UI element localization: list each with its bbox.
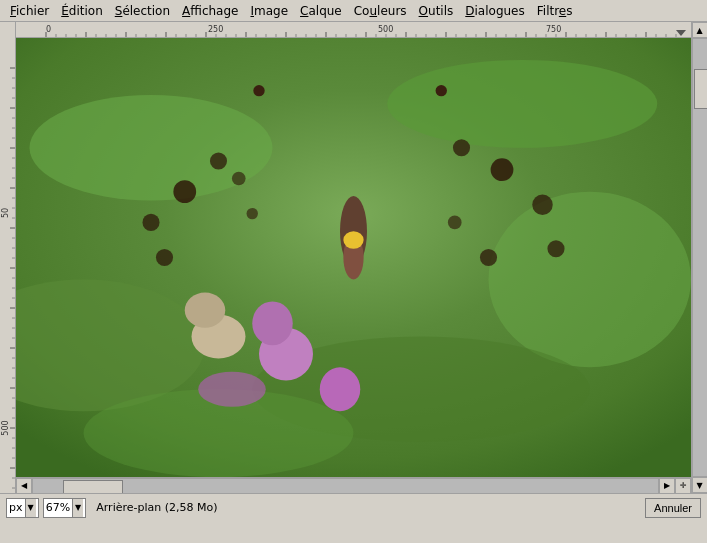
svg-point-131 <box>491 158 514 181</box>
svg-point-138 <box>252 301 293 345</box>
unit-dropdown-arrow[interactable]: ▼ <box>25 499 36 517</box>
svg-text:0: 0 <box>46 25 51 34</box>
h-scroll-track[interactable] <box>32 478 659 494</box>
svg-text:500: 500 <box>378 25 393 34</box>
layer-info: Arrière-plan (2,58 Mo) <box>90 501 641 514</box>
left-ruler: 50 500 <box>0 22 16 493</box>
svg-point-135 <box>448 216 462 230</box>
menu-couleurs[interactable]: Couleurs <box>348 2 413 20</box>
svg-text:50: 50 <box>1 208 10 218</box>
zoom-value: 67% <box>46 501 70 514</box>
scroll-down-button[interactable]: ▼ <box>692 477 708 493</box>
svg-point-142 <box>185 293 226 328</box>
svg-text:500: 500 <box>1 420 10 435</box>
scroll-up-button[interactable]: ▲ <box>692 22 708 38</box>
zoom-dropdown-arrow[interactable]: ▼ <box>72 499 83 517</box>
svg-point-128 <box>247 208 258 219</box>
svg-text:250: 250 <box>208 25 223 34</box>
svg-point-145 <box>343 231 363 249</box>
main-area: 50 500 <box>0 22 707 493</box>
svg-point-139 <box>320 367 361 411</box>
image-area[interactable] <box>16 38 691 477</box>
menu-edition[interactable]: Édition <box>55 2 109 20</box>
svg-point-132 <box>532 195 552 215</box>
svg-point-125 <box>173 180 196 203</box>
scroll-left-button[interactable]: ◀ <box>16 478 32 494</box>
svg-point-127 <box>142 214 159 231</box>
menu-affichage[interactable]: Affichage <box>176 2 244 20</box>
svg-marker-115 <box>676 30 686 36</box>
menu-selection[interactable]: Sélection <box>109 2 176 20</box>
menu-fichier[interactable]: Fichier <box>4 2 55 20</box>
svg-point-140 <box>198 372 266 407</box>
svg-point-130 <box>232 172 246 186</box>
v-scroll-thumb[interactable] <box>694 69 708 109</box>
h-scroll-thumb[interactable] <box>63 480 123 494</box>
svg-point-119 <box>489 192 692 368</box>
cancel-button[interactable]: Annuler <box>645 498 701 518</box>
menu-filtres[interactable]: Filtres <box>531 2 579 20</box>
canvas-container: 0 250 500 750 <box>16 22 691 493</box>
v-scroll-track[interactable] <box>692 38 708 477</box>
svg-point-136 <box>480 249 497 266</box>
svg-point-143 <box>253 85 264 96</box>
expand-corner[interactable]: ✛ <box>675 478 691 494</box>
menu-outils[interactable]: Outils <box>413 2 460 20</box>
svg-point-126 <box>210 152 227 169</box>
unit-value: px <box>9 501 23 514</box>
svg-point-144 <box>436 85 447 96</box>
top-ruler: 0 250 500 750 <box>16 22 691 38</box>
svg-point-129 <box>156 249 173 266</box>
status-bar: px ▼ 67% ▼ Arrière-plan (2,58 Mo) Annule… <box>0 493 707 521</box>
menu-bar: Fichier Édition Sélection Affichage Imag… <box>0 0 707 22</box>
svg-text:750: 750 <box>546 25 561 34</box>
svg-point-134 <box>547 240 564 257</box>
menu-dialogues[interactable]: Dialogues <box>459 2 530 20</box>
right-scrollbar: ▲ ▼ <box>691 22 707 493</box>
zoom-selector[interactable]: 67% ▼ <box>43 498 87 518</box>
menu-calque[interactable]: Calque <box>294 2 348 20</box>
unit-selector[interactable]: px ▼ <box>6 498 39 518</box>
bottom-scrollbar: ◀ ▶ ✛ <box>16 477 691 493</box>
svg-point-133 <box>453 139 470 156</box>
scroll-right-button[interactable]: ▶ <box>659 478 675 494</box>
menu-image[interactable]: Image <box>244 2 294 20</box>
svg-point-118 <box>387 60 657 148</box>
